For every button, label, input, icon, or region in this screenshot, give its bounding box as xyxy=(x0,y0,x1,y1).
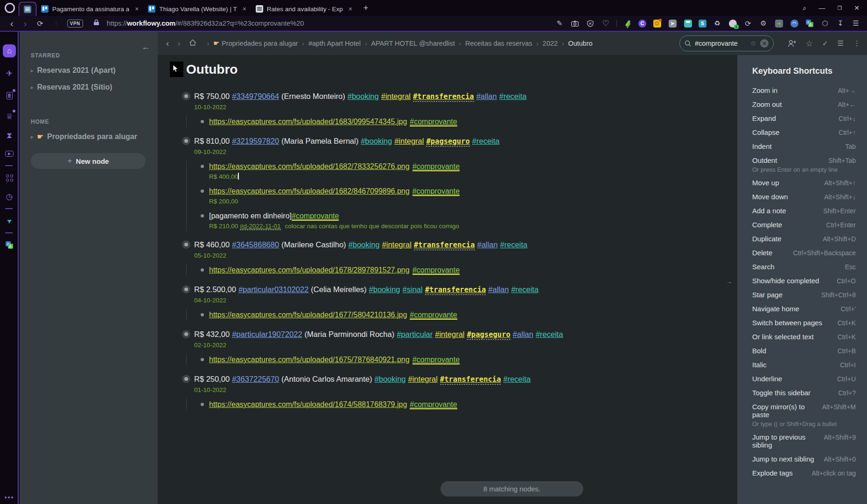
minimize-button[interactable]: — xyxy=(818,4,825,12)
id-tag[interactable]: #particular19072022 xyxy=(232,330,302,338)
complete-check-icon[interactable]: ✓ xyxy=(822,39,828,48)
tag[interactable]: #receita xyxy=(503,375,531,383)
outline-subitem[interactable]: https://easycaptures.com/fs/uploaded/167… xyxy=(194,399,737,410)
github-extension-icon[interactable]: 1 xyxy=(728,19,737,28)
shortcut-row[interactable]: Switch between pagesCtrl+K xyxy=(752,319,856,327)
tampermonkey-extension-icon[interactable]: ⚙ xyxy=(759,19,768,28)
shortcut-row[interactable]: UnderlineCtrl+U xyxy=(752,375,856,383)
bullet-icon[interactable] xyxy=(201,313,204,316)
outline-subitem[interactable]: https://easycaptures.com/fs/uploaded/167… xyxy=(194,354,737,365)
bullet-icon[interactable] xyxy=(201,358,204,361)
tag[interactable]: #integral xyxy=(394,137,424,145)
s-extension-icon[interactable]: S xyxy=(699,20,706,28)
tag[interactable]: #allan xyxy=(488,285,509,294)
tag[interactable]: #booking xyxy=(375,375,406,383)
bullet-icon[interactable] xyxy=(201,268,204,272)
reload-button[interactable]: ⟳ xyxy=(37,19,43,28)
tag[interactable]: #booking xyxy=(349,240,380,249)
tag[interactable]: #transferencia xyxy=(440,375,501,385)
receipt-link[interactable]: https://easycaptures.com/fs/uploaded/168… xyxy=(209,162,410,170)
edit-pin-icon[interactable]: ✎ xyxy=(555,19,564,28)
shortcut-row[interactable]: OutdentShift+Tab xyxy=(752,156,856,164)
tab-workflowy[interactable] xyxy=(19,2,36,16)
comprovante-tag[interactable]: #comprovante xyxy=(410,311,457,320)
search-input[interactable]: #comprovante ☆ ✕ xyxy=(679,35,774,51)
camera-icon[interactable] xyxy=(570,19,580,28)
tag[interactable]: #allan xyxy=(513,330,533,338)
bullet-icon[interactable] xyxy=(182,330,190,338)
outline-subitem[interactable]: https://easycaptures.com/fs/uploaded/168… xyxy=(194,116,737,127)
shortcut-row[interactable]: Jump to previous siblingAlt+Shift+9 xyxy=(752,433,856,449)
page-title[interactable]: Outubro xyxy=(186,62,238,77)
bullet-icon[interactable] xyxy=(201,214,204,217)
video-play-icon[interactable]: ▶ xyxy=(0,146,19,161)
tab-search-icon[interactable]: ⌕ xyxy=(803,4,807,12)
c-extension-icon[interactable]: C xyxy=(638,20,646,28)
lock-icon[interactable] xyxy=(93,19,99,28)
collapse-sidebar-icon[interactable]: ← xyxy=(141,42,150,52)
honeycomb-extension-icon[interactable]: ⬡ xyxy=(652,19,662,28)
shortcut-row[interactable]: Explode tagsAlt+click on tag xyxy=(752,469,856,477)
shortcut-row[interactable]: Copy mirror(s) to pasteAlt+Shift+M xyxy=(752,403,856,419)
expand-triangle-icon[interactable]: ▸ xyxy=(31,84,34,91)
breadcrumb-item-current[interactable]: Outubro xyxy=(568,40,592,47)
date-tag[interactable]: #d-2022-11-01 xyxy=(240,223,281,230)
bullet-icon[interactable] xyxy=(201,189,204,193)
outline-subitem[interactable]: [pagamento em dinheiro]#comprovante R$ 2… xyxy=(194,210,737,231)
tag[interactable]: #booking xyxy=(369,285,400,294)
outline-item[interactable]: R$ 460,00#3645868680(Marilene Castilho)#… xyxy=(170,238,737,276)
id-tag[interactable]: #3219597820 xyxy=(232,137,279,145)
shortcut-row[interactable]: Move upAlt+Shift+↑ xyxy=(752,179,856,187)
receipt-link[interactable]: https://easycaptures.com/fs/uploaded/167… xyxy=(209,311,407,319)
outline-subitem[interactable]: https://easycaptures.com/fs/uploaded/168… xyxy=(194,185,737,206)
expand-triangle-icon[interactable]: ▸ xyxy=(31,68,34,74)
shortcut-row[interactable]: Zoom inAlt+→ xyxy=(752,86,856,94)
shortcut-row[interactable]: Move downAlt+Shift+↓ xyxy=(752,193,856,201)
tag[interactable]: #particular xyxy=(397,330,433,338)
shortcut-row[interactable]: Star pageShift+Ctrl+8 xyxy=(752,291,856,299)
tag[interactable]: #receita xyxy=(511,285,538,294)
settings-sliders-icon[interactable]: ☰ xyxy=(851,19,860,28)
shortcut-row[interactable]: Jump to next siblingAlt+Shift+0 xyxy=(752,455,856,463)
tag[interactable]: #integral xyxy=(381,92,411,100)
crown-badge-icon[interactable]: ♕ xyxy=(0,108,19,124)
cursor-extension-icon[interactable]: ➤ xyxy=(668,19,677,28)
shield-block-icon[interactable] xyxy=(586,19,595,28)
breadcrumb-item[interactable]: 2022 xyxy=(543,40,558,47)
new-tab-button[interactable]: + xyxy=(364,3,369,13)
tag[interactable]: #transferencia xyxy=(425,286,486,295)
shortcut-row[interactable]: ItalicCtrl+I xyxy=(752,361,856,369)
tag[interactable]: #sinal xyxy=(403,285,423,294)
hummingbird-icon[interactable]: ➤ xyxy=(0,209,21,232)
outline-item[interactable]: R$ 810,00#3219597820(Maria Pamela Bernal… xyxy=(170,135,737,231)
tag[interactable]: #receita xyxy=(536,330,563,338)
item-note-date[interactable]: 04-10-2022 xyxy=(194,296,737,305)
shortcut-row[interactable]: SearchEsc xyxy=(752,263,856,271)
vpn-badge[interactable]: VPN xyxy=(67,20,83,28)
nav-back-icon[interactable]: ‹ xyxy=(166,38,169,49)
shortcut-row[interactable]: IndentTab xyxy=(752,142,856,150)
bullet-icon[interactable] xyxy=(182,137,190,145)
expand-triangle-icon[interactable]: ▸ xyxy=(31,134,34,140)
translate-extension-icon[interactable]: aあ xyxy=(805,19,814,28)
sidebar-item-reservas-sitio[interactable]: ▸ Reservas 2021 (Sítio) xyxy=(31,83,158,91)
item-note-date[interactable]: 05-10-2022 xyxy=(194,251,737,260)
item-note-date[interactable]: 02-10-2022 xyxy=(194,341,737,350)
shortcut-row[interactable]: BoldCtrl+B xyxy=(752,347,856,355)
bullet-icon[interactable] xyxy=(201,165,204,168)
share-user-icon[interactable] xyxy=(787,40,797,47)
bullet-icon[interactable] xyxy=(182,285,190,294)
list-view-icon[interactable]: ☰ xyxy=(838,39,844,48)
item-note-date[interactable]: 01-10-2022 xyxy=(194,385,737,395)
tag[interactable]: #receita xyxy=(472,137,500,145)
sidebar-item-reservas-apart[interactable]: ▸ Reservas 2021 (Apart) xyxy=(31,66,158,75)
tag[interactable]: #booking xyxy=(361,137,392,145)
receipt-link[interactable]: https://easycaptures.com/fs/uploaded/168… xyxy=(209,187,410,195)
receipt-link[interactable]: https://easycaptures.com/fs/uploaded/167… xyxy=(209,356,410,364)
refresh-extension-icon[interactable]: ⟳ xyxy=(743,19,753,28)
popup-window-extension-icon[interactable]: ➜ xyxy=(774,19,783,28)
tag[interactable]: #pagseguro xyxy=(426,137,469,147)
recycle-extension-icon[interactable]: ♻ xyxy=(713,19,722,28)
tag[interactable]: #transferencia xyxy=(413,92,474,102)
shortcut-row[interactable]: Show/hide completedCtrl+O xyxy=(752,277,856,285)
